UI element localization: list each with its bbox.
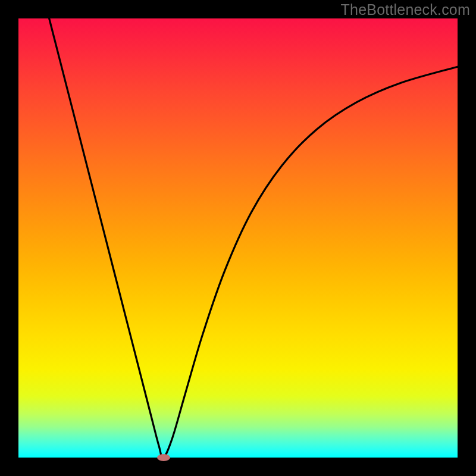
- bottleneck-curve: [49, 18, 458, 458]
- chart-frame: TheBottleneck.com: [0, 0, 476, 476]
- curve-layer: [18, 18, 458, 458]
- minimum-marker: [157, 454, 170, 461]
- plot-area: [18, 18, 458, 458]
- watermark-text: TheBottleneck.com: [341, 1, 470, 18]
